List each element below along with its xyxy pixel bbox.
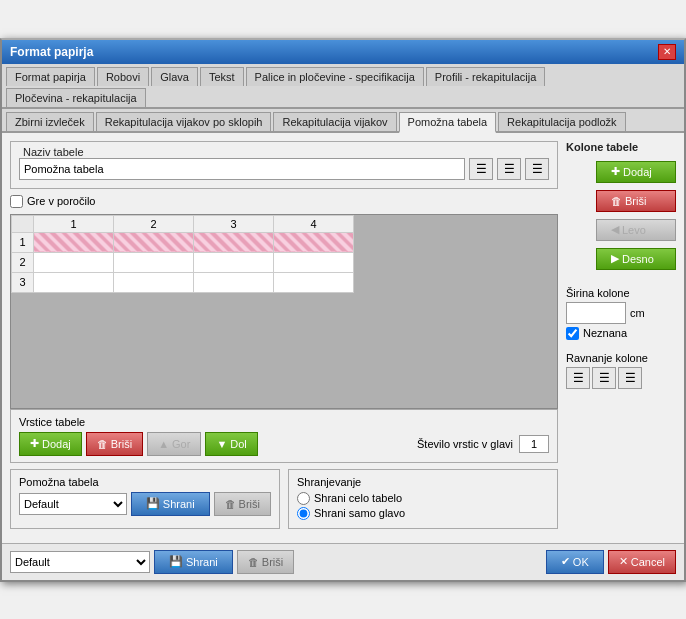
tab-profili[interactable]: Profili - rekapitulacija [426,67,545,86]
align-right-btn[interactable]: ☰ [525,158,549,180]
footer-shrani-btn[interactable]: 💾 Shrani [154,550,233,574]
save-icon-pomocna: 💾 [146,497,160,510]
plus-icon: ✚ [30,437,39,450]
naziv-input[interactable] [19,158,465,180]
col-header-empty [12,215,34,232]
pomocna-select[interactable]: Default [19,493,127,515]
cell-3-2[interactable] [114,272,194,292]
gre-v-porocilo-checkbox[interactable] [10,195,23,208]
sirina-row: cm [566,302,676,324]
footer-brisi-label: Briši [262,556,283,568]
row-num-2: 2 [12,252,34,272]
row-num-3: 3 [12,272,34,292]
cell-1-1[interactable] [34,232,114,252]
col-header-2: 2 [114,215,194,232]
neznana-label: Neznana [583,327,627,339]
neznana-checkbox[interactable] [566,327,579,340]
kolone-dodaj-row: ✚ Dodaj [566,161,676,183]
table-wrapper[interactable]: 1 2 3 4 1 [11,215,557,405]
pomocna-row: Default 💾 Shrani 🗑 Briši [19,492,271,516]
trash-icon: 🗑 [97,438,108,450]
vrstice-dodaj-btn[interactable]: ✚ Dodaj [19,432,82,456]
tab-robovi[interactable]: Robovi [97,67,149,86]
cell-1-3[interactable] [194,232,274,252]
down-icon: ▼ [216,438,227,450]
check-icon: ✔ [561,555,570,568]
table-row[interactable]: 2 [12,252,354,272]
tab-zbirni[interactable]: Zbirni izvleček [6,112,94,131]
footer-brisi-btn[interactable]: 🗑 Briši [237,550,294,574]
sirina-section: Širina kolone cm Neznana [566,287,676,340]
ravnanje-section: Ravnanje kolone ☰ ☰ ☰ [566,352,676,389]
cell-3-4[interactable] [274,272,354,292]
shrani-glavo-radio[interactable] [297,507,310,520]
table-row[interactable]: 3 [12,272,354,292]
vrstice-gor-label: Gor [172,438,190,450]
cancel-btn[interactable]: ✕ Cancel [608,550,676,574]
cell-1-4[interactable] [274,232,354,252]
tab-rekap-vijakov[interactable]: Rekapitulacija vijakov [273,112,396,131]
tab-tekst[interactable]: Tekst [200,67,244,86]
trash-icon-footer: 🗑 [248,556,259,568]
cell-3-3[interactable] [194,272,274,292]
vrstice-dol-btn[interactable]: ▼ Dol [205,432,257,456]
col-header-4: 4 [274,215,354,232]
main-table: 1 2 3 4 1 [11,215,354,293]
kolone-desno-btn[interactable]: ▶ Desno [596,248,676,270]
pomocna-label: Pomožna tabela [19,476,271,488]
align-left-btn[interactable]: ☰ [469,158,493,180]
table-header-row: 1 2 3 4 [12,215,354,232]
pomocna-shrani-btn[interactable]: 💾 Shrani [131,492,210,516]
tab-palice[interactable]: Palice in pločevine - specifikacija [246,67,424,86]
pomocna-shrani-label: Shrani [163,498,195,510]
tab-format-papirja[interactable]: Format papirja [6,67,95,86]
left-panel: Naziv tabele ☰ ☰ ☰ Gre v poročilo [10,141,558,535]
ravnanje-center-btn[interactable]: ☰ [592,367,616,389]
stevilo-input[interactable] [519,435,549,453]
tab-glava[interactable]: Glava [151,67,198,86]
shrani-glavo-row: Shrani samo glavo [297,507,549,520]
cell-2-1[interactable] [34,252,114,272]
tab-plocevina[interactable]: Pločevina - rekapitulacija [6,88,146,107]
naziv-legend: Naziv tabele [19,146,549,158]
cell-2-4[interactable] [274,252,354,272]
cell-2-2[interactable] [114,252,194,272]
right-icon: ▶ [611,252,619,265]
cell-2-3[interactable] [194,252,274,272]
close-button[interactable]: ✕ [658,44,676,60]
ok-label: OK [573,556,589,568]
kolone-brisi-label: Briši [625,195,646,207]
cell-3-1[interactable] [34,272,114,292]
row-num-1: 1 [12,232,34,252]
cell-1-2[interactable] [114,232,194,252]
kolone-levo-row: ◀ Levo [566,219,676,241]
naziv-fieldset: Naziv tabele ☰ ☰ ☰ [10,141,558,189]
align-center-btn[interactable]: ☰ [497,158,521,180]
kolone-brisi-row: 🗑 Briši [566,190,676,212]
kolone-levo-btn[interactable]: ◀ Levo [596,219,676,241]
sirina-input[interactable] [566,302,626,324]
kolone-dodaj-btn[interactable]: ✚ Dodaj [596,161,676,183]
ravnanje-right-btn[interactable]: ☰ [618,367,642,389]
tab-rekap-podloz[interactable]: Rekapitulacija podložk [498,112,625,131]
shrani-celo-radio[interactable] [297,492,310,505]
footer-select[interactable]: Default [10,551,150,573]
footer: Default 💾 Shrani 🗑 Briši ✔ OK ✕ Cancel [2,543,684,580]
tab-pomocna[interactable]: Pomožna tabela [399,112,497,133]
trash-icon-kolone: 🗑 [611,195,622,207]
ok-btn[interactable]: ✔ OK [546,550,604,574]
table-row[interactable]: 1 [12,232,354,252]
pomocna-section: Pomožna tabela Default 💾 Shrani 🗑 Briši [10,469,280,529]
tab-rekap-sklopi[interactable]: Rekapitulacija vijakov po sklopih [96,112,272,131]
ravnanje-left-btn[interactable]: ☰ [566,367,590,389]
kolone-desno-label: Desno [622,253,654,265]
vrstice-gor-btn[interactable]: ▲ Gor [147,432,201,456]
stevilo-label: Število vrstic v glavi [417,438,513,450]
vrstice-dodaj-label: Dodaj [42,438,71,450]
kolone-brisi-btn[interactable]: 🗑 Briši [596,190,676,212]
pomocna-brisi-btn[interactable]: 🗑 Briši [214,492,271,516]
vrstice-brisi-btn[interactable]: 🗑 Briši [86,432,143,456]
kolone-dodaj-label: Dodaj [623,166,652,178]
shrani-celo-row: Shrani celo tabelo [297,492,549,505]
stevilo-row: Število vrstic v glavi [417,435,549,453]
